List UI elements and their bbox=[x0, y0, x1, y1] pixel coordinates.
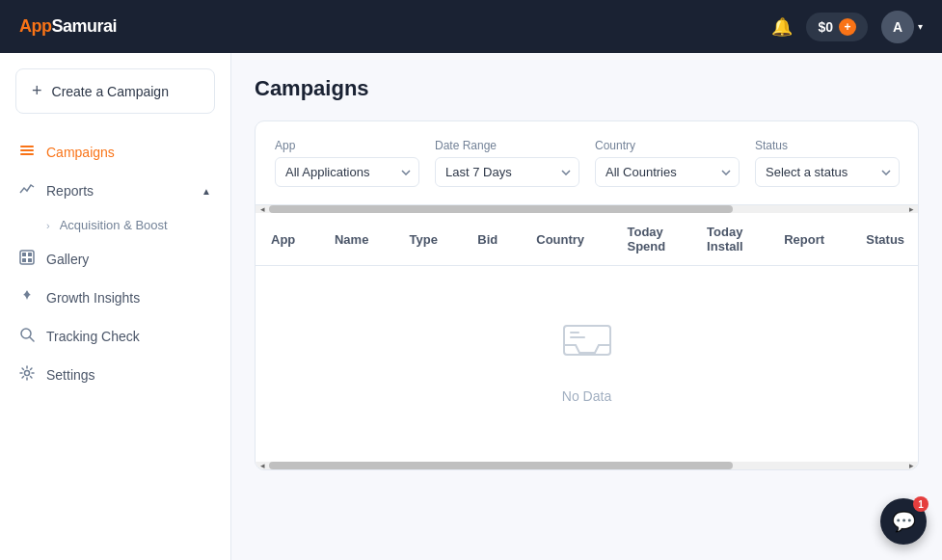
header: AppSamurai 🔔 $0 + A ▾ bbox=[0, 0, 942, 53]
main-content: Campaigns App All Applications Date Rang… bbox=[231, 53, 942, 560]
create-campaign-button[interactable]: + Create a Campaign bbox=[15, 68, 215, 114]
no-data-text: No Data bbox=[562, 388, 611, 404]
country-filter-label: Country bbox=[595, 139, 740, 152]
svg-rect-11 bbox=[564, 326, 610, 355]
scroll-right-arrow-bottom[interactable]: ▸ bbox=[904, 462, 918, 469]
tracking-label: Tracking Check bbox=[46, 329, 211, 344]
sub-arrow-icon: › bbox=[46, 220, 50, 231]
filter-date: Date Range Last 7 Days bbox=[435, 139, 579, 187]
filter-app: App All Applications bbox=[275, 139, 419, 187]
status-filter-label: Status bbox=[755, 139, 900, 152]
gallery-label: Gallery bbox=[46, 252, 211, 267]
balance-button[interactable]: $0 + bbox=[806, 13, 868, 41]
col-bid: Bid bbox=[462, 213, 521, 266]
settings-icon bbox=[19, 365, 35, 385]
header-right: 🔔 $0 + A ▾ bbox=[771, 11, 923, 43]
plus-icon: + bbox=[32, 81, 42, 101]
svg-line-9 bbox=[30, 337, 34, 341]
sidebar-item-campaigns[interactable]: Campaigns bbox=[0, 133, 230, 172]
svg-point-10 bbox=[25, 371, 30, 376]
filter-status: Status Select a status bbox=[755, 139, 900, 187]
growth-label: Growth Insights bbox=[46, 290, 211, 306]
reports-label: Reports bbox=[46, 183, 190, 199]
avatar: A bbox=[881, 11, 914, 43]
no-data-icon bbox=[562, 324, 612, 377]
chevron-down-icon: ▾ bbox=[918, 21, 923, 32]
svg-rect-0 bbox=[20, 146, 34, 147]
svg-rect-7 bbox=[28, 258, 32, 262]
col-today-spend: TodaySpend bbox=[612, 213, 692, 266]
sidebar-item-settings[interactable]: Settings bbox=[0, 356, 230, 394]
status-filter-select[interactable]: Select a status bbox=[755, 157, 900, 187]
svg-rect-13 bbox=[570, 336, 585, 338]
svg-rect-3 bbox=[20, 251, 34, 264]
user-menu[interactable]: A ▾ bbox=[881, 11, 923, 43]
reports-icon bbox=[19, 181, 35, 200]
sidebar-item-tracking[interactable]: Tracking Check bbox=[0, 317, 230, 356]
sidebar-item-growth[interactable]: Growth Insights bbox=[0, 279, 230, 317]
col-today-install: TodayInstall bbox=[691, 213, 768, 266]
campaigns-table: App Name Type Bid Country TodaySpend Tod… bbox=[256, 213, 918, 266]
create-campaign-label: Create a Campaign bbox=[52, 84, 169, 99]
campaigns-card: App All Applications Date Range Last 7 D… bbox=[255, 120, 919, 470]
sidebar-item-reports[interactable]: Reports ▲ bbox=[0, 172, 230, 210]
table-header: App Name Type Bid Country TodaySpend Tod… bbox=[256, 213, 918, 266]
col-type: Type bbox=[394, 213, 463, 266]
bell-icon: 🔔 bbox=[771, 16, 793, 38]
svg-rect-5 bbox=[28, 253, 32, 256]
gallery-icon bbox=[19, 250, 35, 269]
col-app: App bbox=[256, 213, 319, 266]
col-report: Report bbox=[768, 213, 850, 266]
bottom-scrollbar[interactable]: ◂ ▸ bbox=[256, 462, 918, 469]
svg-rect-2 bbox=[20, 153, 34, 155]
filter-row: App All Applications Date Range Last 7 D… bbox=[256, 121, 918, 205]
scroll-thumb-top bbox=[269, 205, 733, 213]
col-name: Name bbox=[319, 213, 394, 266]
settings-label: Settings bbox=[46, 367, 211, 383]
table-wrapper: App Name Type Bid Country TodaySpend Tod… bbox=[256, 213, 918, 266]
campaigns-icon bbox=[19, 143, 35, 162]
date-filter-label: Date Range bbox=[435, 139, 579, 152]
body: + Create a Campaign Campaigns Reports ▲ bbox=[0, 53, 942, 560]
scroll-right-arrow[interactable]: ▸ bbox=[904, 205, 918, 213]
top-scrollbar[interactable]: ◂ ▸ bbox=[256, 205, 918, 213]
chat-icon: 💬 bbox=[892, 510, 916, 533]
tracking-icon bbox=[19, 327, 35, 346]
sidebar-item-acquisition[interactable]: › Acquisition & Boost bbox=[0, 210, 230, 240]
campaigns-label: Campaigns bbox=[46, 145, 211, 160]
app-filter-select[interactable]: All Applications bbox=[275, 157, 419, 187]
svg-rect-1 bbox=[20, 149, 34, 151]
date-filter-select[interactable]: Last 7 Days bbox=[435, 157, 579, 187]
acquisition-label: Acquisition & Boost bbox=[60, 218, 168, 232]
scroll-thumb-bottom bbox=[269, 462, 733, 469]
sidebar: + Create a Campaign Campaigns Reports ▲ bbox=[0, 53, 231, 560]
add-funds-icon: + bbox=[839, 18, 856, 36]
country-filter-select[interactable]: All Countries bbox=[595, 157, 740, 187]
scroll-left-arrow-bottom[interactable]: ◂ bbox=[256, 462, 269, 469]
no-data-section: No Data bbox=[256, 266, 918, 462]
reports-chevron-icon: ▲ bbox=[202, 186, 211, 197]
svg-rect-12 bbox=[570, 332, 579, 333]
svg-rect-4 bbox=[22, 253, 26, 256]
sidebar-item-gallery[interactable]: Gallery bbox=[0, 240, 230, 279]
svg-rect-6 bbox=[22, 258, 26, 262]
page-title: Campaigns bbox=[255, 76, 919, 101]
logo: AppSamurai bbox=[19, 16, 117, 37]
growth-icon bbox=[19, 288, 35, 307]
chat-badge: 1 bbox=[913, 496, 929, 512]
chat-button[interactable]: 💬 1 bbox=[880, 498, 927, 545]
filter-country: Country All Countries bbox=[595, 139, 740, 187]
balance-amount: $0 bbox=[818, 19, 833, 35]
notifications-button[interactable]: 🔔 bbox=[771, 16, 793, 38]
scroll-left-arrow[interactable]: ◂ bbox=[256, 205, 269, 213]
app-filter-label: App bbox=[275, 139, 419, 152]
col-status: Status bbox=[850, 213, 918, 266]
col-country: Country bbox=[521, 213, 611, 266]
